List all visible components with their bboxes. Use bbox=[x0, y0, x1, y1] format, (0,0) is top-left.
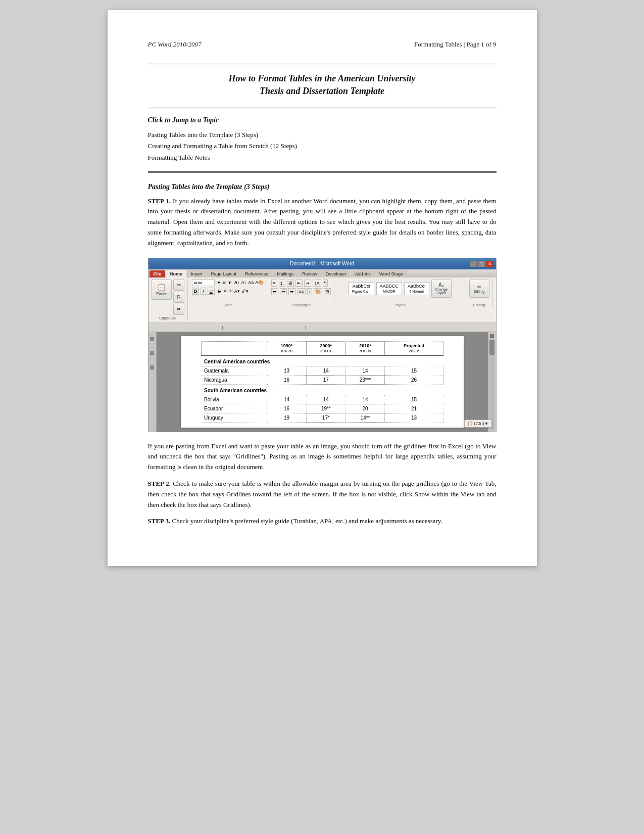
title-section: How to Format Tables in the American Uni… bbox=[148, 72, 497, 98]
style-normal[interactable]: AaBbCcI¶ Normal bbox=[404, 282, 429, 295]
step1-label: STEP 1. bbox=[148, 197, 171, 205]
show-formatting-button[interactable]: ¶ bbox=[323, 280, 328, 287]
main-title: How to Format Tables in the American Uni… bbox=[148, 72, 497, 98]
tab-mailings[interactable]: Mailings bbox=[273, 270, 298, 277]
align-left-button[interactable]: ⬅ bbox=[271, 288, 278, 295]
scroll-up[interactable] bbox=[490, 334, 494, 338]
country-nicaragua: Nicaragua bbox=[201, 375, 267, 384]
country-bolivia: Bolivia bbox=[201, 395, 267, 404]
ecuador-2000: 19** bbox=[306, 404, 345, 413]
font-controls: Arial ▼ 10 ▼ A↑ A↓ Aa A🎨 B I U S bbox=[192, 280, 264, 295]
font-separator: ▼ 10 ▼ bbox=[217, 281, 232, 285]
minimize-icon[interactable]: ─ bbox=[470, 261, 477, 267]
page-header: PC Word 2010/2007 Formatting Tables | Pa… bbox=[148, 40, 497, 49]
shading-button[interactable]: 🎨 bbox=[314, 288, 322, 295]
guatemala-1990: 13 bbox=[267, 366, 307, 375]
grow-font-button[interactable]: A↑ bbox=[234, 280, 240, 285]
clear-format-button[interactable]: Aa bbox=[248, 280, 254, 285]
styles-label: Styles bbox=[394, 303, 406, 307]
scroll-thumb[interactable] bbox=[489, 340, 494, 355]
cut-button[interactable]: ✂ bbox=[173, 280, 184, 291]
close-icon[interactable]: ✕ bbox=[486, 261, 494, 267]
paragraph-label: Paragraph bbox=[292, 303, 311, 307]
paragraph-controls: ≡ 1. ⊞ ⇤ ⇥ ↕A ¶ ⬅ ☰ ➡ ≡≡ bbox=[271, 280, 331, 295]
ribbon-tabs: File Home Insert Page Layout References … bbox=[148, 269, 496, 277]
editing-label: Editing bbox=[473, 303, 485, 307]
italic-button[interactable]: I bbox=[201, 288, 206, 295]
increase-indent-button[interactable]: ⇥ bbox=[304, 280, 311, 287]
align-center-button[interactable]: ☰ bbox=[280, 288, 287, 295]
word-document-body: 1990*n = 78 2000*n = 81 2010*n = 85 Proj… bbox=[157, 332, 488, 432]
underline-button[interactable]: U bbox=[208, 288, 215, 295]
pasting-tables-section: Pasting Tables into the Template (3 Step… bbox=[148, 183, 497, 527]
align-row: ⬅ ☰ ➡ ≡≡ ↕ 🎨 ⊞ bbox=[271, 288, 331, 295]
toc-heading: Click to Jump to a Topic bbox=[148, 116, 497, 124]
bullets-button[interactable]: ≡ bbox=[271, 280, 277, 287]
sidebar-marker bbox=[150, 351, 154, 355]
guatemala-2020: 15 bbox=[385, 366, 443, 375]
sort-button[interactable]: ↕A bbox=[313, 280, 321, 287]
ribbon-paragraph-group: ≡ 1. ⊞ ⇤ ⇥ ↕A ¶ ⬅ ☰ ➡ ≡≡ bbox=[271, 280, 334, 307]
decrease-indent-button[interactable]: ⇤ bbox=[295, 280, 303, 287]
tab-review[interactable]: Review bbox=[298, 270, 321, 277]
style-major[interactable]: AABBCCMAJOR bbox=[376, 282, 402, 295]
highlight-button[interactable]: 🖊▾ bbox=[241, 289, 249, 294]
ribbon-clipboard-group: 📋 Paste ✂ ⎘ ✏ Clipboard bbox=[152, 280, 188, 320]
table-row: Bolivia 14 14 14 15 bbox=[201, 395, 443, 404]
step3-content: Check your discipline's preferred style … bbox=[172, 517, 442, 525]
country-ecuador: Ecuador bbox=[201, 404, 267, 413]
table-header-2010: 2010*n = 85 bbox=[345, 341, 385, 355]
multilevel-button[interactable]: ⊞ bbox=[287, 280, 294, 287]
change-styles-button[interactable]: Aₐ Change Styles bbox=[431, 280, 452, 298]
justify-button[interactable]: ≡≡ bbox=[297, 288, 306, 295]
table-row: Guatemala 13 14 14 15 bbox=[201, 366, 443, 375]
table-group-central: Central American countries bbox=[201, 355, 443, 366]
bolivia-2000: 14 bbox=[306, 395, 345, 404]
line-spacing-button[interactable]: ↕ bbox=[307, 288, 313, 295]
tab-addins[interactable]: Add-Ins bbox=[351, 270, 375, 277]
font-name-row: Arial ▼ 10 ▼ A↑ A↓ Aa A🎨 bbox=[192, 280, 264, 286]
text-effect-button[interactable]: A🎨 bbox=[255, 280, 264, 285]
ctrl-badge: 📋 (Ctrl)▼ bbox=[464, 420, 491, 428]
table-row: Ecuador 16 19** 20 21 bbox=[201, 404, 443, 413]
shrink-font-button[interactable]: A↓ bbox=[241, 280, 247, 285]
guatemala-2010: 14 bbox=[345, 366, 385, 375]
align-right-button[interactable]: ➡ bbox=[288, 288, 295, 295]
paste-button[interactable]: 📋 Paste bbox=[152, 280, 172, 300]
strikethrough-button[interactable]: S bbox=[216, 288, 222, 294]
font-color-button[interactable]: A▾ bbox=[234, 289, 240, 294]
editing-button[interactable]: ✏ Editing bbox=[469, 280, 489, 298]
subscript-button[interactable]: X₂ bbox=[224, 289, 228, 293]
step2-text: STEP 2. Check to make sure your table is… bbox=[148, 479, 497, 510]
toc-item-3[interactable]: Formatting Table Notes bbox=[148, 152, 497, 163]
font-name-dropdown[interactable]: Arial bbox=[192, 280, 215, 286]
toc-item-2[interactable]: Creating and Formatting a Table from Scr… bbox=[148, 141, 497, 152]
country-uruguay: Uruguay bbox=[201, 413, 267, 422]
tab-developer[interactable]: Developer bbox=[322, 270, 351, 277]
format-painter-button[interactable]: ✏ bbox=[173, 304, 184, 315]
superscript-button[interactable]: X² bbox=[229, 289, 233, 293]
word-screenshot: Document2 - Microsoft Word ─ □ ✕ File Ho… bbox=[148, 258, 497, 432]
bold-button[interactable]: B bbox=[192, 288, 200, 295]
clipboard-label: Clipboard bbox=[159, 316, 176, 320]
numbering-button[interactable]: 1. bbox=[279, 280, 286, 287]
ecuador-1990: 16 bbox=[267, 404, 307, 413]
list-row: ≡ 1. ⊞ ⇤ ⇥ ↕A ¶ bbox=[271, 280, 331, 287]
sidebar-marker bbox=[150, 365, 154, 369]
toc-section: Click to Jump to a Topic Pasting Tables … bbox=[148, 116, 497, 163]
left-sidebar bbox=[148, 332, 157, 432]
borders-button[interactable]: ⊞ bbox=[324, 288, 331, 295]
tab-wordstage[interactable]: Word Stage bbox=[375, 270, 407, 277]
table-header-country bbox=[201, 341, 267, 355]
maximize-icon[interactable]: □ bbox=[478, 261, 484, 267]
copy-button[interactable]: ⎘ bbox=[173, 292, 184, 303]
toc-item-1[interactable]: Pasting Tables into the Template (3 Step… bbox=[148, 129, 497, 141]
tab-page-layout[interactable]: Page Layout bbox=[207, 270, 241, 277]
tab-file[interactable]: File bbox=[150, 270, 166, 277]
tab-insert[interactable]: Insert bbox=[187, 270, 207, 277]
tab-home[interactable]: Home bbox=[166, 270, 186, 277]
tab-references[interactable]: References bbox=[241, 270, 272, 277]
title-bottom-rule bbox=[148, 108, 497, 109]
style-figure[interactable]: AaBbCcIFigure Ca... bbox=[349, 282, 374, 295]
nicaragua-1990: 16 bbox=[267, 375, 307, 384]
